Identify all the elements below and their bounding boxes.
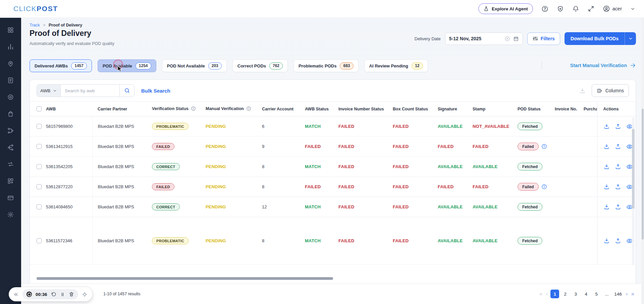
upload-pod-icon[interactable] — [615, 238, 621, 244]
filter-chip-correct-pods[interactable]: Correct PODs762 — [232, 59, 288, 72]
header-label: Purchas — [584, 107, 597, 111]
filters-button[interactable]: Filters — [527, 33, 560, 45]
user-menu[interactable]: acer — [603, 5, 622, 12]
upload-pod-icon[interactable] — [615, 143, 621, 150]
pod-info-icon[interactable] — [541, 184, 547, 191]
bulk-search-link[interactable]: Bulk Search — [141, 88, 170, 94]
sidebar-item-integrations-grid[interactable] — [0, 172, 21, 189]
cell-box-count-status: FAILED — [387, 177, 432, 197]
page-button-1[interactable]: 1 — [550, 290, 559, 298]
sidebar-item-track-location[interactable] — [0, 55, 21, 72]
sidebar-item-workflow-branch[interactable] — [0, 122, 21, 139]
fullscreen-icon[interactable] — [588, 5, 594, 12]
page-button-4[interactable]: 4 — [582, 290, 590, 298]
sidebar-item-orders-document[interactable] — [0, 72, 21, 89]
next-page-button[interactable]: › — [625, 291, 629, 297]
download-pod-icon[interactable] — [603, 184, 610, 190]
export-download-icon[interactable] — [579, 88, 586, 94]
table-row: 58157969800Bluedart B2B MPSPROBLEMATICPE… — [30, 116, 636, 137]
download-pod-icon[interactable] — [603, 143, 610, 150]
delivery-date-input[interactable]: 5-12 Nov, 2025 — [445, 33, 523, 45]
pod-info-icon[interactable] — [541, 144, 547, 150]
search-button[interactable] — [119, 85, 134, 97]
filter-chip-pod-available[interactable]: POD Available1254 — [98, 59, 156, 72]
upload-pod-icon[interactable] — [615, 184, 621, 190]
info-icon[interactable] — [191, 106, 196, 112]
upload-pod-icon[interactable] — [615, 123, 621, 130]
page-button-2[interactable]: 2 — [561, 290, 570, 298]
info-icon[interactable] — [246, 106, 251, 112]
page-button-5[interactable]: 5 — [592, 290, 601, 298]
pod-status-badge: Fetched — [518, 203, 542, 211]
filter-chip-ai-review-pending[interactable]: AI Review Pending12 — [364, 59, 428, 72]
track-location-icon — [7, 60, 14, 67]
sidebar-item-returns-target[interactable] — [0, 89, 21, 105]
collapse-toolbar-icon[interactable] — [13, 292, 19, 297]
page-button-3[interactable]: 3 — [571, 290, 580, 298]
upload-pod-icon[interactable] — [615, 204, 621, 210]
first-page-button[interactable]: « — [538, 291, 543, 297]
cell-verification-status: PROBLEMATIC — [147, 116, 200, 137]
download-bulk-pods-button[interactable]: Download Bulk PODs — [565, 32, 636, 45]
upload-pod-icon[interactable] — [615, 163, 621, 170]
sidebar-item-settings-gear[interactable] — [0, 206, 21, 223]
cell-verification-status: CORRECT — [147, 157, 200, 177]
breadcrumb-track[interactable]: Track — [30, 23, 40, 28]
flask-icon — [483, 6, 489, 12]
explore-ai-agent-button[interactable]: Explore AI Agent — [478, 3, 533, 14]
search-input[interactable] — [61, 85, 119, 97]
sidebar-item-dashboard[interactable] — [0, 21, 21, 38]
download-pod-icon[interactable] — [603, 123, 610, 130]
restart-recording-icon[interactable] — [51, 292, 56, 297]
page-scrollbar-thumb[interactable] — [642, 109, 644, 240]
row-checkbox[interactable] — [37, 124, 42, 129]
sidebar-item-transfer-arrows[interactable] — [0, 156, 21, 172]
search-category-select[interactable]: AWB — [37, 85, 61, 97]
sidebar-item-analytics[interactable] — [0, 38, 21, 55]
sidebar-item-workflow-flow[interactable] — [0, 139, 21, 156]
cell-actions — [597, 157, 636, 177]
cell-pod-status: Fetched — [512, 116, 549, 137]
row-checkbox[interactable] — [37, 238, 42, 243]
delete-recording-icon[interactable] — [69, 292, 74, 297]
row-checkbox[interactable] — [37, 204, 42, 209]
chip-label: Correct PODs — [237, 63, 266, 68]
vertical-scrollbar-thumb[interactable] — [632, 129, 635, 209]
row-checkbox[interactable] — [37, 144, 42, 149]
filter-chip-problematic-pods[interactable]: Problematic PODs683 — [293, 59, 358, 72]
vertical-divider — [542, 62, 542, 69]
download-pod-icon[interactable] — [603, 238, 610, 244]
filter-chip-delivered-awbs[interactable]: Delivered AWBs1457 — [30, 59, 92, 72]
previous-page-button[interactable]: ‹ — [545, 291, 549, 297]
clear-date-icon[interactable] — [504, 36, 510, 42]
record-stop-button[interactable] — [26, 292, 32, 297]
select-all-checkbox[interactable] — [37, 106, 42, 111]
notifications-bell-icon[interactable] — [572, 5, 579, 12]
orders-document-icon — [7, 77, 14, 84]
start-manual-verification-link[interactable]: Start Manual Verification — [570, 62, 636, 68]
download-options-toggle[interactable] — [625, 32, 636, 45]
download-pod-icon[interactable] — [603, 204, 610, 210]
filter-chip-pod-not-available[interactable]: POD Not Available203 — [162, 59, 227, 72]
cell-carrier: Bluedart B2B MPS — [92, 137, 147, 157]
capture-target-icon[interactable] — [82, 292, 88, 297]
chip-count-badge: 762 — [269, 62, 283, 69]
row-checkbox[interactable] — [37, 164, 42, 169]
last-page-button[interactable]: » — [630, 291, 635, 297]
pause-recording-icon[interactable] — [60, 292, 65, 297]
horizontal-scrollbar[interactable] — [37, 277, 333, 280]
chevron-down-icon[interactable] — [630, 6, 635, 11]
chip-count-badge: 12 — [412, 62, 423, 69]
calendar-icon[interactable] — [513, 36, 519, 42]
columns-button[interactable]: Columns — [592, 84, 629, 97]
status-value: MATCH — [305, 124, 321, 129]
cell-carrier: Bluedart B2B MPS — [92, 217, 147, 265]
arrow-right-icon — [630, 62, 636, 68]
page-button-146[interactable]: 146 — [613, 290, 623, 298]
row-checkbox[interactable] — [37, 184, 42, 189]
sidebar-item-billing-wallet[interactable] — [0, 189, 21, 206]
help-icon[interactable] — [541, 5, 548, 12]
sidebar-item-shopping-bag[interactable] — [0, 105, 21, 122]
download-pod-icon[interactable] — [603, 163, 610, 170]
shield-plus-icon[interactable] — [557, 5, 564, 12]
